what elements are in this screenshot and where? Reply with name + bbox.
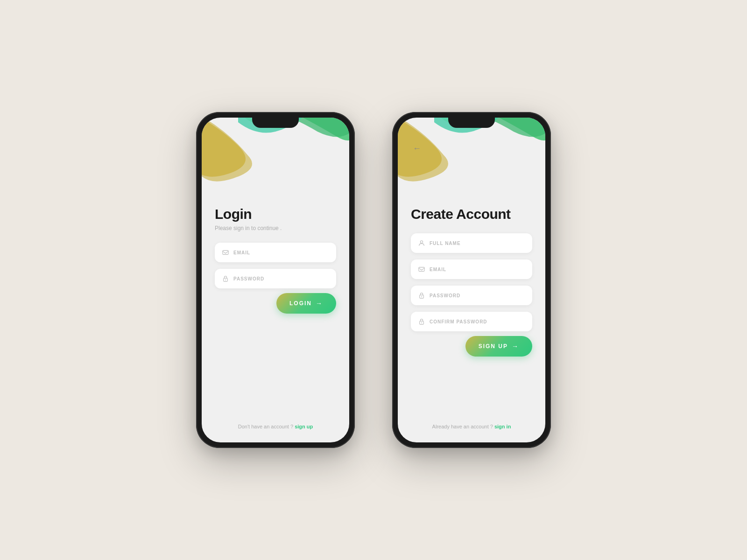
- phone-login: Login Please sign in to continue . EMAIL: [196, 112, 355, 448]
- back-button[interactable]: ←: [411, 142, 423, 155]
- signin-link[interactable]: sign in: [494, 424, 511, 429]
- signup-form: FULL NAME EMAIL: [411, 233, 532, 331]
- email-label: EMAIL: [233, 250, 250, 255]
- login-button[interactable]: LOGIN →: [276, 293, 336, 314]
- signup-email-label: EMAIL: [430, 267, 446, 272]
- arrow-icon: →: [316, 300, 323, 307]
- svg-rect-0: [223, 251, 228, 255]
- confirm-password-field[interactable]: CONFIRM PASSWORD: [411, 312, 532, 331]
- lock-icon: [222, 275, 229, 282]
- fullname-field[interactable]: FULL NAME: [411, 233, 532, 253]
- phone-notch-2: [448, 118, 495, 128]
- password-field[interactable]: PASSWORD: [215, 269, 336, 288]
- svg-rect-4: [419, 267, 424, 272]
- svg-point-3: [420, 241, 423, 243]
- signup-title: Create Account: [411, 206, 532, 222]
- signup-link[interactable]: sign up: [295, 424, 313, 429]
- login-title-area: Login Please sign in to continue .: [215, 206, 336, 231]
- signup-password-field[interactable]: PASSWORD: [411, 286, 532, 305]
- arrow-icon-2: →: [512, 343, 519, 350]
- svg-point-6: [421, 296, 422, 297]
- signup-bottom-text: Already have an account ? sign in: [398, 424, 545, 429]
- confirm-password-label: CONFIRM PASSWORD: [430, 319, 487, 324]
- phone-signup: ← Create Account FULL NAME: [392, 112, 551, 448]
- svg-point-8: [421, 322, 422, 323]
- lock-icon-2: [418, 292, 425, 299]
- signup-email-field[interactable]: EMAIL: [411, 259, 532, 279]
- email-field[interactable]: EMAIL: [215, 243, 336, 262]
- signup-title-area: Create Account: [411, 206, 532, 222]
- mail-icon-2: [418, 266, 425, 273]
- user-icon: [418, 240, 425, 246]
- svg-point-2: [225, 280, 226, 280]
- signup-password-label: PASSWORD: [430, 293, 460, 298]
- login-title: Login: [215, 206, 336, 222]
- login-form: EMAIL PASSWORD: [215, 243, 336, 288]
- login-bottom-text: Don't have an account ? sign up: [202, 424, 349, 429]
- mail-icon: [222, 249, 229, 256]
- signup-button[interactable]: SIGN UP →: [465, 336, 532, 357]
- login-subtitle: Please sign in to continue .: [215, 225, 336, 231]
- fullname-label: FULL NAME: [430, 241, 461, 246]
- lock-icon-3: [418, 318, 425, 325]
- phone-notch: [252, 118, 299, 128]
- password-label: PASSWORD: [233, 276, 264, 281]
